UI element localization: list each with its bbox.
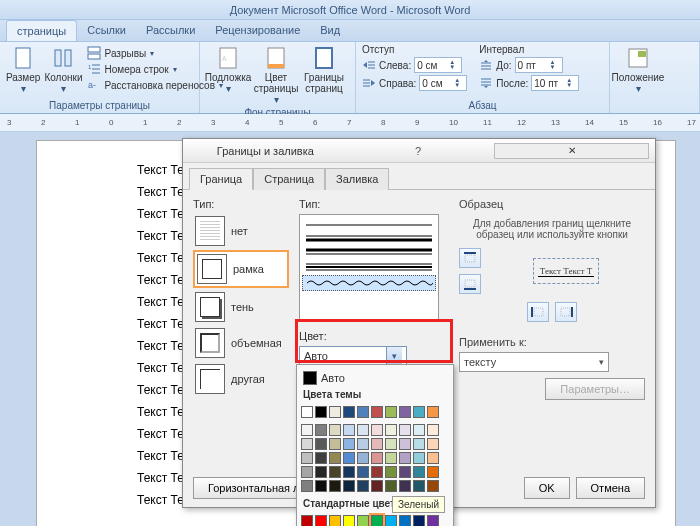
color-swatch[interactable] xyxy=(315,466,327,478)
spacing-after-input[interactable]: 10 пт▲▼ xyxy=(531,75,579,91)
color-swatch[interactable] xyxy=(301,406,313,418)
setting-custom[interactable]: другая xyxy=(193,362,289,396)
tab-page-layout[interactable]: страницы xyxy=(6,20,77,41)
color-swatch[interactable] xyxy=(371,515,383,526)
color-swatch[interactable] xyxy=(343,452,355,464)
color-swatch[interactable] xyxy=(315,406,327,418)
color-swatch[interactable] xyxy=(315,480,327,492)
tab-review[interactable]: Рецензирование xyxy=(205,20,310,41)
color-swatch[interactable] xyxy=(399,480,411,492)
color-swatch[interactable] xyxy=(301,480,313,492)
color-swatch[interactable] xyxy=(357,466,369,478)
style-listbox[interactable] xyxy=(299,214,439,322)
color-swatch[interactable] xyxy=(385,480,397,492)
color-swatch[interactable] xyxy=(343,406,355,418)
color-swatch[interactable] xyxy=(385,466,397,478)
border-bottom-button[interactable] xyxy=(459,274,481,294)
watermark-button[interactable]: A Подложка▾ xyxy=(206,44,250,94)
color-swatch[interactable] xyxy=(329,515,341,526)
color-swatch[interactable] xyxy=(427,406,439,418)
color-swatch[interactable] xyxy=(399,438,411,450)
color-auto[interactable]: Авто xyxy=(301,369,449,387)
dialog-help-button[interactable]: ? xyxy=(342,145,495,157)
color-swatch[interactable] xyxy=(357,515,369,526)
color-swatch[interactable] xyxy=(357,406,369,418)
color-swatch[interactable] xyxy=(343,515,355,526)
border-top-button[interactable] xyxy=(459,248,481,268)
horizontal-ruler[interactable]: /* ticks generated below */ 321012345678… xyxy=(0,114,700,132)
color-swatch[interactable] xyxy=(315,515,327,526)
color-swatch[interactable] xyxy=(427,515,439,526)
color-swatch[interactable] xyxy=(329,480,341,492)
tab-page[interactable]: Страница xyxy=(253,168,325,190)
color-swatch[interactable] xyxy=(329,452,341,464)
tab-shading[interactable]: Заливка xyxy=(325,168,389,190)
ok-button[interactable]: OK xyxy=(524,477,570,499)
color-swatch[interactable] xyxy=(371,424,383,436)
dialog-close-button[interactable]: ✕ xyxy=(494,143,649,159)
color-dropdown[interactable]: Авто ▾ xyxy=(299,346,407,366)
tab-view[interactable]: Вид xyxy=(310,20,350,41)
border-left-button[interactable] xyxy=(527,302,549,322)
color-swatch[interactable] xyxy=(329,466,341,478)
color-swatch[interactable] xyxy=(385,438,397,450)
color-swatch[interactable] xyxy=(315,424,327,436)
color-swatch[interactable] xyxy=(371,406,383,418)
color-swatch[interactable] xyxy=(343,480,355,492)
preview-sample[interactable]: Текст Текст Т xyxy=(533,258,599,284)
tab-references[interactable]: Ссылки xyxy=(77,20,136,41)
color-swatch[interactable] xyxy=(371,438,383,450)
setting-3d[interactable]: объемная xyxy=(193,326,289,360)
color-swatch[interactable] xyxy=(371,466,383,478)
options-button[interactable]: Параметры… xyxy=(545,378,645,400)
color-swatch[interactable] xyxy=(357,424,369,436)
color-swatch[interactable] xyxy=(315,438,327,450)
color-swatch[interactable] xyxy=(301,466,313,478)
tab-mailings[interactable]: Рассылки xyxy=(136,20,205,41)
spacing-before-input[interactable]: 0 пт▲▼ xyxy=(515,57,563,73)
color-swatch[interactable] xyxy=(329,424,341,436)
color-swatch[interactable] xyxy=(427,424,439,436)
position-button[interactable]: Положение▾ xyxy=(616,44,660,94)
color-swatch[interactable] xyxy=(385,452,397,464)
color-swatch[interactable] xyxy=(301,438,313,450)
color-swatch[interactable] xyxy=(399,406,411,418)
color-swatch[interactable] xyxy=(315,452,327,464)
color-swatch[interactable] xyxy=(357,480,369,492)
setting-none[interactable]: нет xyxy=(193,214,289,248)
color-swatch[interactable] xyxy=(399,424,411,436)
color-swatch[interactable] xyxy=(371,480,383,492)
size-button[interactable]: Размер▾ xyxy=(6,44,40,94)
color-swatch[interactable] xyxy=(385,406,397,418)
color-swatch[interactable] xyxy=(399,466,411,478)
color-swatch[interactable] xyxy=(399,452,411,464)
color-swatch[interactable] xyxy=(357,452,369,464)
color-swatch[interactable] xyxy=(301,424,313,436)
color-swatch[interactable] xyxy=(413,480,425,492)
color-swatch[interactable] xyxy=(357,438,369,450)
color-swatch[interactable] xyxy=(301,515,313,526)
color-swatch[interactable] xyxy=(301,452,313,464)
color-swatch[interactable] xyxy=(385,424,397,436)
indent-left-input[interactable]: 0 см▲▼ xyxy=(414,57,462,73)
color-swatch[interactable] xyxy=(329,438,341,450)
columns-button[interactable]: Колонки▾ xyxy=(44,44,82,94)
color-swatch[interactable] xyxy=(399,515,411,526)
color-swatch[interactable] xyxy=(343,438,355,450)
color-swatch[interactable] xyxy=(413,452,425,464)
border-right-button[interactable] xyxy=(555,302,577,322)
color-swatch[interactable] xyxy=(427,466,439,478)
apply-to-dropdown[interactable]: тексту▾ xyxy=(459,352,609,372)
color-swatch[interactable] xyxy=(385,515,397,526)
setting-box[interactable]: рамка xyxy=(193,250,289,288)
indent-right-input[interactable]: 0 см▲▼ xyxy=(419,75,467,91)
color-swatch[interactable] xyxy=(413,406,425,418)
color-swatch[interactable] xyxy=(413,466,425,478)
color-swatch[interactable] xyxy=(413,515,425,526)
tab-border[interactable]: Граница xyxy=(189,168,253,190)
color-swatch[interactable] xyxy=(427,452,439,464)
color-swatch[interactable] xyxy=(329,406,341,418)
color-swatch[interactable] xyxy=(343,424,355,436)
color-swatch[interactable] xyxy=(343,466,355,478)
color-swatch[interactable] xyxy=(427,480,439,492)
